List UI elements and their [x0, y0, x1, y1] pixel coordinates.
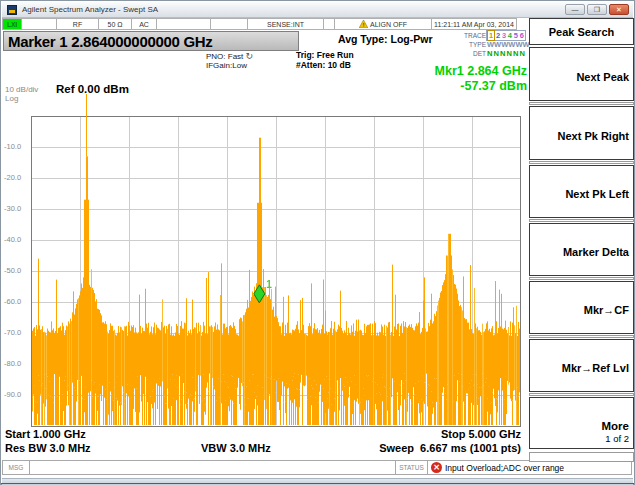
warning-icon: !: [359, 20, 368, 29]
coupling-status: AC: [131, 18, 157, 30]
status-message-cell: ✕ Input Overload;ADC over range: [427, 460, 632, 475]
type-vals-item: W: [487, 40, 494, 49]
marker-result-freq: Mkr1 2.864 GHz: [331, 64, 527, 79]
msg-text: [29, 460, 396, 475]
det-vals-item: N: [500, 49, 505, 58]
softkey-marker-delta[interactable]: Marker Delta: [529, 223, 634, 276]
message-status-bar: MSG STATUS ✕ Input Overload;ADC over ran…: [3, 460, 632, 475]
softkey-mkr-to-cf[interactable]: Mkr→CF: [529, 281, 634, 334]
spectrum-plot[interactable]: [31, 90, 521, 427]
pno-label: PNO: Fast ↻: [206, 51, 253, 61]
type-vals-item: W: [501, 40, 508, 49]
menu-separator: [529, 102, 634, 105]
type-vals-item: W: [508, 40, 515, 49]
close-button[interactable]: ✕: [609, 4, 629, 15]
y-axis-label: -50.0: [4, 266, 30, 275]
y-axis-label: -30.0: [4, 204, 30, 213]
y-axis-label: -20.0: [4, 173, 30, 182]
status-error-text: Input Overload;ADC over range: [445, 463, 564, 473]
det-label: DET: [456, 50, 486, 57]
window-bottom-edge: [1, 483, 634, 484]
msg-label: MSG: [2, 460, 30, 475]
stop-freq-label: Stop 5.000 GHz: [321, 428, 521, 440]
rbw-label: Res BW 3.0 MHz: [5, 442, 91, 454]
trace-nums-item: 3: [502, 31, 506, 40]
menu-separator: [529, 219, 634, 222]
menu-empty-slot: [529, 452, 634, 462]
type-values: WWWWWW: [486, 40, 526, 49]
trace-nums-item: 4: [508, 31, 512, 40]
avg-type-label: Avg Type: Log-Pwr: [338, 33, 433, 45]
status-cell-blank: [210, 18, 248, 30]
instrument-status-row: LXI RF 50 Ω AC SENSE:INT ! ALIGN OFF 11:…: [3, 18, 517, 30]
ifgain-label: IFGain:Low: [206, 61, 247, 70]
softkey-next-pk-left[interactable]: Next Pk Left: [529, 165, 634, 218]
sense-status: SENSE:INT: [247, 18, 324, 30]
menu-title-peak-search[interactable]: Peak Search: [529, 18, 634, 45]
y-axis-label: -90.0: [4, 390, 30, 399]
scale-type-label: Log: [5, 94, 18, 103]
more-page-indicator: 1 of 2: [605, 433, 629, 444]
det-vals-item: N: [520, 49, 525, 58]
softkey-more[interactable]: More 1 of 2: [529, 397, 634, 449]
type-vals-item: W: [515, 40, 522, 49]
lxi-badge: LXI: [2, 18, 22, 30]
det-vals-item: N: [494, 49, 499, 58]
status-label: STATUS: [395, 460, 428, 475]
trace-status-block: TRACE 123456 TYPE WWWWWW DET NNNNNN: [456, 31, 526, 58]
softkey-next-pk-right[interactable]: Next Pk Right: [529, 106, 634, 160]
window-title: Agilent Spectrum Analyzer - Swept SA: [22, 5, 158, 14]
menu-separator: [529, 277, 634, 280]
trace-label: TRACE: [456, 32, 486, 39]
menu-separator: [529, 335, 634, 338]
title-bar: Agilent Spectrum Analyzer - Swept SA — ❐…: [2, 2, 633, 18]
trace-nums-item: 6: [520, 31, 524, 40]
y-axis-label: -70.0: [4, 328, 30, 337]
pno-loop-icon: ↻: [246, 51, 254, 61]
align-status: ! ALIGN OFF: [334, 18, 432, 30]
status-cell-blank: [21, 18, 57, 30]
menu-separator: [529, 393, 634, 396]
menu-separator: [529, 161, 634, 164]
y-axis-label: -80.0: [4, 359, 30, 368]
softkey-mkr-to-ref[interactable]: Mkr→Ref Lvl: [529, 339, 634, 392]
y-axis-label: -40.0: [4, 235, 30, 244]
type-vals-item: W: [494, 40, 501, 49]
start-freq-label: Start 1.000 GHz: [5, 428, 86, 440]
sweep-label: Sweep 6.667 ms (1001 pts): [301, 442, 521, 454]
more-label: More: [602, 420, 629, 432]
minimize-button[interactable]: —: [565, 4, 585, 15]
det-vals-item: N: [507, 49, 512, 58]
det-vals-item: N: [487, 49, 492, 58]
restore-button[interactable]: ❐: [587, 4, 607, 15]
app-window: Agilent Spectrum Analyzer - Swept SA — ❐…: [0, 0, 635, 485]
active-function-readout: Marker 1 2.864000000000 GHz: [3, 31, 299, 51]
softkey-next-peak[interactable]: Next Peak: [529, 47, 634, 101]
det-vals-item: N: [513, 49, 518, 58]
impedance-status: 50 Ω: [98, 18, 132, 30]
trace-nums-item: 2: [496, 31, 500, 40]
y-axis-label: -10.0: [4, 142, 30, 151]
vbw-label: VBW 3.0 MHz: [201, 442, 271, 454]
det-values: NNNNNN: [486, 49, 526, 58]
status-cell-blank: [156, 18, 211, 30]
error-icon: ✕: [431, 462, 442, 473]
trigger-label: Trig: Free Run: [296, 50, 354, 60]
y-axis-label: -60.0: [4, 297, 30, 306]
datetime-status: 11:21:11 AM Apr 03, 2014: [431, 18, 517, 30]
app-icon: [7, 5, 17, 15]
type-label: TYPE: [456, 41, 486, 48]
rf-input-status: RF: [56, 18, 99, 30]
trace-nums-item: 5: [514, 31, 518, 40]
align-status-label: ALIGN OFF: [370, 21, 407, 28]
